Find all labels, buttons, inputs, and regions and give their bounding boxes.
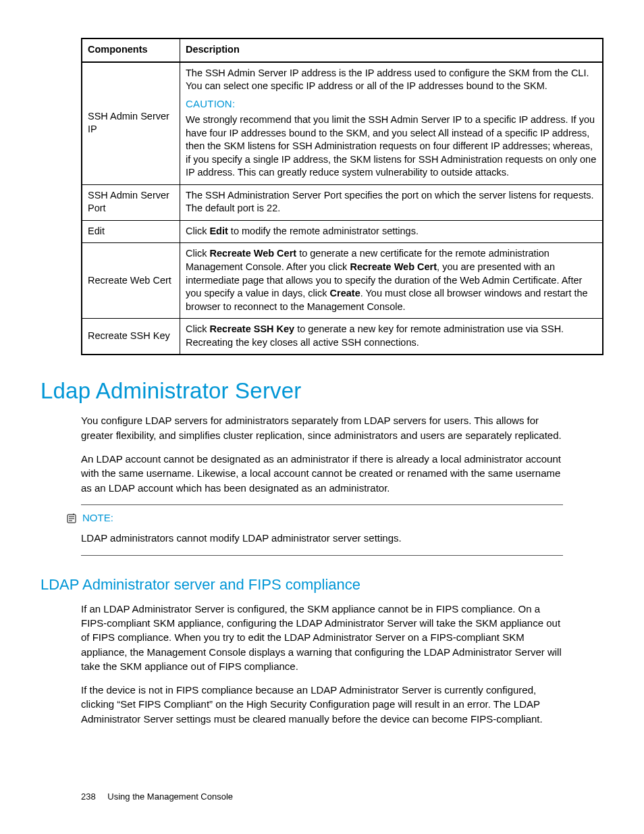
- cell-component: Recreate Web Cert: [82, 243, 180, 319]
- bold-term: Recreate SSH Key: [209, 323, 294, 334]
- desc-text: We strongly recommend that you limit the…: [186, 113, 597, 180]
- desc-text: Click: [186, 248, 209, 259]
- footer-title: Using the Management Console: [107, 791, 233, 802]
- table-row: SSH Admin Server Port The SSH Administra…: [82, 184, 603, 220]
- cell-component: Recreate SSH Key: [82, 319, 180, 355]
- table-row: SSH Admin Server IP The SSH Admin Server…: [82, 62, 603, 185]
- components-table: Components Description SSH Admin Server …: [81, 38, 603, 355]
- desc-text: to modify the remote administrator setti…: [228, 226, 419, 236]
- table-row: Recreate SSH Key Click Recreate SSH Key …: [82, 319, 603, 355]
- bold-term: Recreate Web Cert: [209, 248, 296, 259]
- col-description: Description: [180, 38, 603, 62]
- paragraph: If an LDAP Administrator Server is confi…: [81, 602, 563, 673]
- bold-term: Recreate Web Cert: [350, 261, 437, 272]
- cell-component: SSH Admin Server IP: [82, 62, 180, 185]
- caution-label: CAUTION:: [186, 97, 597, 111]
- note-block: NOTE: LDAP administrators cannot modify …: [81, 504, 563, 556]
- cell-description: The SSH Admin Server IP address is the I…: [180, 62, 603, 185]
- col-components: Components: [82, 38, 180, 62]
- note-icon: [66, 513, 77, 527]
- page-footer: 238 Using the Management Console: [81, 791, 233, 802]
- section-heading: Ldap Administrator Server: [41, 378, 603, 404]
- desc-text: Click: [186, 226, 209, 236]
- desc-text: Click: [186, 323, 209, 334]
- cell-description: Click Recreate Web Cert to generate a ne…: [180, 243, 603, 319]
- subsection-heading: LDAP Administrator server and FIPS compl…: [41, 576, 603, 594]
- paragraph: An LDAP account cannot be designated as …: [81, 452, 563, 495]
- paragraph: If the device is not in FIPS compliance …: [81, 683, 563, 726]
- paragraph: You configure LDAP servers for administr…: [81, 413, 563, 442]
- bold-term: Edit: [209, 226, 227, 236]
- cell-description: The SSH Administration Server Port speci…: [180, 184, 603, 220]
- bold-term: Create: [330, 288, 360, 298]
- cell-description: Click Recreate SSH Key to generate a new…: [180, 319, 603, 355]
- cell-component: Edit: [82, 220, 180, 243]
- note-label: NOTE:: [82, 512, 113, 523]
- table-row: Edit Click Edit to modify the remote adm…: [82, 220, 603, 243]
- page-number: 238: [81, 791, 96, 802]
- cell-description: Click Edit to modify the remote administ…: [180, 220, 603, 243]
- note-text: LDAP administrators cannot modify LDAP a…: [81, 531, 563, 546]
- section-body: You configure LDAP servers for administr…: [81, 413, 563, 494]
- desc-text: The SSH Admin Server IP address is the I…: [186, 67, 597, 93]
- cell-component: SSH Admin Server Port: [82, 184, 180, 220]
- table-row: Recreate Web Cert Click Recreate Web Cer…: [82, 243, 603, 319]
- subsection-body: If an LDAP Administrator Server is confi…: [81, 602, 563, 726]
- table-header-row: Components Description: [82, 38, 603, 62]
